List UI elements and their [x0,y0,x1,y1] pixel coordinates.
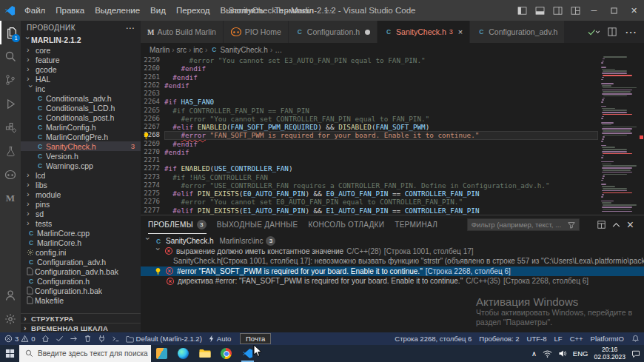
tab-configuration-h[interactable]: CConfiguration.h [289,21,378,43]
close-tab-icon[interactable]: × [458,27,463,36]
quick-fix-lightbulb-icon[interactable] [141,131,150,140]
taskbar-clock[interactable]: 20:16 02.03.2023 [594,346,625,361]
tree-item-inc[interactable]: ›inc [21,84,141,93]
menu-selection[interactable]: Выделение [90,6,145,15]
problems-status[interactable]: 3 0 [4,335,36,343]
tree-item-conditionals-adv-h[interactable]: CConditionals_adv.h [21,93,141,103]
split-editor-icon[interactable] [608,27,617,36]
tree-item-feature[interactable]: ›feature [21,55,141,64]
eol-indicator[interactable]: LF [554,335,563,343]
menu-go[interactable]: Переход [171,6,215,15]
panel-tab-output[interactable]: ВЫХОДНЫЕ ДАННЫЕ [217,215,298,234]
view-as-table-icon[interactable] [597,221,606,229]
wifi-icon[interactable] [543,350,552,358]
indentation[interactable]: Пробелов: 2 [479,335,519,343]
edge-browser-icon[interactable] [172,345,194,362]
abm-auto-build[interactable]: Auto [208,335,232,343]
platformio-label[interactable]: PlatformIO [591,335,624,343]
tree-item-hal[interactable]: ›HAL [21,74,141,84]
toggle-panel-icon[interactable] [531,0,549,21]
tree-item-config-ini[interactable]: config.ini [21,247,141,257]
tree-item-libs[interactable]: ›libs [21,180,141,190]
pio-serial-monitor-button[interactable] [98,335,106,343]
pio-build-button[interactable] [56,335,64,343]
encoding[interactable]: UTF-8 [527,335,547,343]
tree-item-marlinconfig-h[interactable]: CMarlinConfig.h [21,122,141,132]
minimap[interactable] [600,56,638,215]
quick-fix-lightbulb-icon[interactable] [154,267,162,275]
activity-explorer-icon[interactable]: 1 [0,21,21,44]
pio-home-button[interactable] [41,335,50,343]
tree-item-sd[interactable]: ›sd [21,209,141,218]
section-outline[interactable]: › СТРУКТУРА [21,313,141,323]
activity-testing-icon[interactable] [0,139,21,163]
chrome-browser-icon[interactable] [215,345,237,362]
tree-item-conditionals-lcd-h[interactable]: CConditionals_LCD.h [21,103,141,113]
problem-file-row[interactable]: ›CSanityCheck.hMarlin\src\inc3 [141,236,644,247]
tab-pio-home[interactable]: PIO Home [224,21,289,43]
tree-item-configuration-adv-h[interactable]: CConfiguration_adv.h [21,257,141,267]
tree-item-version-h[interactable]: CVersion.h [21,151,141,161]
tree-item-makefile[interactable]: Makefile [21,295,141,305]
tab-configuration-adv-h[interactable]: CConfiguration_adv.h [470,21,565,43]
problem-related-info[interactable]: SanityCheck.h[Строка 1001, столбец 17]: … [141,256,644,267]
breadcrumb-sanitycheck-h[interactable]: CSanityCheck.h [209,46,267,54]
problems-filter-input[interactable]: Фильтр (например, текст, ... [467,218,580,231]
more-actions-icon[interactable]: ⋯ [625,25,637,39]
section-timeline[interactable]: › ВРЕМЕННАЯ ШКАЛА [21,323,141,332]
tree-item-tests[interactable]: ›tests [21,218,141,228]
tree-root-folder[interactable]: › MARLIN-2.1.2 [21,35,141,45]
tab-auto-build-marlin[interactable]: MAuto Build Marlin [141,21,224,43]
panel-tab-debug-console[interactable]: КОНСОЛЬ ОТЛАДКИ [308,215,384,234]
tree-item-configuration-h[interactable]: CConfiguration.h [21,276,141,286]
tree-item-marlincore-cpp[interactable]: CMarlinCore.cpp [21,228,141,238]
tree-item-configuration-h-bak[interactable]: Configuration.h.bak [21,286,141,295]
pio-project-env[interactable]: Default (Marlin-2.1.2) [126,335,202,343]
menu-file[interactable]: Файл [19,6,50,15]
tree-item-lcd[interactable]: ›lcd [21,170,141,180]
breadcrumb-marlin[interactable]: Marlin [150,46,170,54]
panel-tab-terminal[interactable]: ТЕРМИНАЛ [395,215,437,234]
tree-item-conditionals-post-h[interactable]: CConditionals_post.h [21,113,141,122]
tray-chevron-up-icon[interactable]: ∧ [531,349,537,358]
volume-icon[interactable] [558,349,567,358]
maximize-button[interactable] [604,0,624,21]
breadcrumb-src[interactable]: src [177,46,187,54]
maximize-panel-icon[interactable] [612,222,620,227]
breadcrumb-symbol[interactable]: … [275,46,282,54]
minimize-button[interactable]: ─ [584,0,604,21]
customize-layout-icon[interactable] [566,0,584,21]
breadcrumb-inc[interactable]: inc [193,46,203,54]
pio-terminal-button[interactable] [112,335,120,343]
panel-tab-problems[interactable]: ПРОБЛЕМЫ3 [148,215,207,234]
tree-item-marlinconfigpre-h[interactable]: CMarlinConfigPre.h [21,132,141,141]
filter-funnel-icon[interactable] [568,221,575,229]
action-center-icon[interactable] [631,349,640,358]
activity-accounts-icon[interactable] [0,284,21,307]
run-build-icon[interactable] [588,28,600,36]
menu-view[interactable]: Вид [145,6,171,15]
problem-row[interactable]: директива #error: "FAN_SOFT_PWM is requi… [141,276,644,286]
activity-settings-icon[interactable] [0,307,21,331]
tree-item-configuration-adv-h-bak[interactable]: Configuration_adv.h.bak [21,267,141,276]
activity-search-icon[interactable] [0,44,21,68]
activity-auto-build-marlin-icon[interactable]: M [0,187,21,210]
cursor-position[interactable]: Строка 2268, столбец 6 [395,335,472,343]
activity-platformio-icon[interactable] [0,163,21,187]
tree-item-module[interactable]: ›module [21,190,141,199]
code-editor[interactable]: 2259226022612262226322642265226622672268… [141,56,644,215]
activity-run-debug-icon[interactable] [0,92,21,115]
sidebar-more-actions-icon[interactable]: ⋯ [126,23,135,33]
close-button[interactable]: ✕ [624,0,644,21]
tree-item-warnings-cpp[interactable]: CWarnings.cpp [21,161,141,170]
taskbar-search[interactable]: Введите здесь текст для поиска [19,345,151,362]
language-mode[interactable]: C++ [570,335,583,343]
file-explorer-icon[interactable] [194,345,215,362]
photos-app-icon[interactable] [151,345,172,362]
pio-upload-button[interactable] [70,335,78,343]
start-button[interactable] [0,345,19,362]
pio-clean-button[interactable] [84,335,92,343]
toggle-secondary-sidebar-icon[interactable] [549,0,566,21]
menu-edit[interactable]: Правка [50,6,90,15]
tree-item-gcode[interactable]: ›gcode [21,64,141,74]
